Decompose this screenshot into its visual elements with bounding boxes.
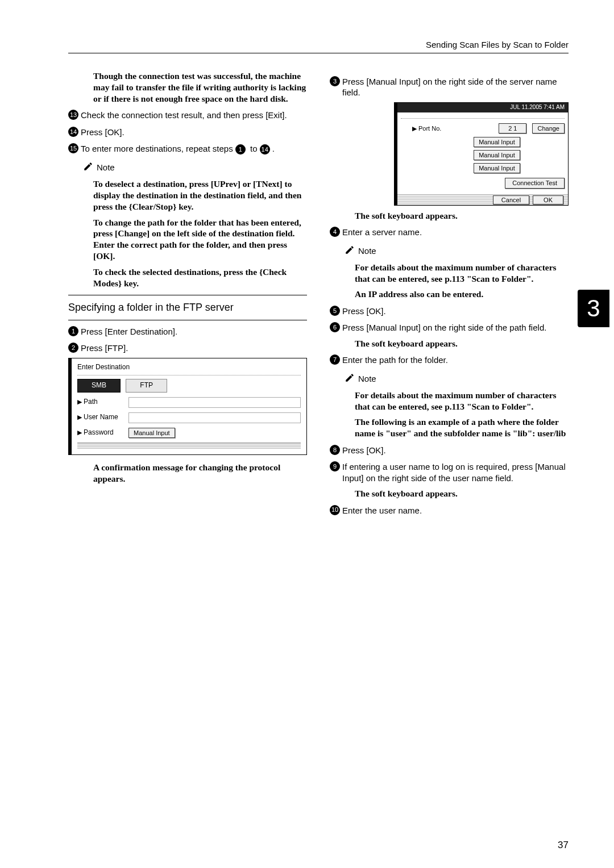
note-max-chars-2: For details about the maximum number of … bbox=[330, 390, 569, 412]
section-divider-bottom bbox=[68, 320, 307, 320]
username-input[interactable] bbox=[128, 412, 301, 423]
enter-destination-screenshot: Enter Destination SMB FTP ▶Path ▶User Na… bbox=[68, 358, 307, 455]
step5-text: Press [OK]. bbox=[342, 306, 569, 316]
note-label: Note bbox=[97, 162, 115, 173]
step-number-1: 1 bbox=[68, 326, 78, 336]
ftp-tab[interactable]: FTP bbox=[126, 379, 167, 392]
step-number-3: 3 bbox=[330, 76, 340, 86]
section-divider-top bbox=[68, 295, 307, 295]
step1-text: Press [Enter Destination]. bbox=[81, 326, 307, 337]
password-label: ▶Password bbox=[77, 428, 128, 437]
note-label: Note bbox=[358, 373, 376, 384]
step3-text: Press [Manual Input] on the right side o… bbox=[342, 76, 569, 98]
panel-timestamp: JUL 11.2005 7:41 AM bbox=[397, 103, 568, 112]
step8-text: Press [OK]. bbox=[342, 445, 569, 456]
step2-text: Press [FTP]. bbox=[81, 343, 307, 353]
step9-text: If entering a user name to log on is req… bbox=[342, 461, 569, 483]
warning-paragraph: Though the connection test was successfu… bbox=[68, 70, 307, 104]
header-rule bbox=[68, 53, 569, 53]
pencil-icon bbox=[345, 245, 355, 257]
ref-step-14: 14 bbox=[260, 144, 270, 155]
change-button[interactable]: Change bbox=[532, 123, 565, 133]
section-header: Sending Scan Files by Scan to Folder bbox=[68, 40, 569, 49]
step10-text: Enter the user name. bbox=[342, 505, 569, 516]
note-check-modes: To check the selected destinations, pres… bbox=[68, 266, 307, 289]
chapter-thumb-tab: 3 bbox=[578, 290, 609, 327]
note-change-path: To change the path for the folder that h… bbox=[68, 217, 307, 262]
manual-input-button-2[interactable]: Manual Input bbox=[474, 150, 520, 160]
server-settings-screenshot: JUL 11.2005 7:41 AM ▶Port No. 2 1 Change… bbox=[394, 102, 569, 205]
step-number-5: 5 bbox=[330, 306, 340, 316]
step15-b: to bbox=[248, 144, 260, 153]
step7-text: Enter the path for the folder. bbox=[342, 354, 569, 365]
kb-appears-2: The soft keyboard appears. bbox=[330, 338, 569, 349]
port-label: ▶Port No. bbox=[412, 124, 441, 132]
password-manual-input-button[interactable]: Manual Input bbox=[128, 428, 175, 438]
panel-title: Enter Destination bbox=[77, 363, 301, 372]
step-number-13: 13 bbox=[68, 110, 78, 120]
port-value[interactable]: 2 1 bbox=[499, 123, 526, 133]
kb-appears-1: The soft keyboard appears. bbox=[330, 210, 569, 222]
step-number-8: 8 bbox=[330, 445, 340, 455]
connection-test-button[interactable]: Connection Test bbox=[505, 178, 565, 188]
step15-a: To enter more destinations, repeat steps bbox=[81, 144, 235, 153]
manual-input-button-3[interactable]: Manual Input bbox=[474, 163, 520, 173]
step-number-4: 4 bbox=[330, 227, 340, 237]
note-deselect: To deselect a destination, press [UPrev]… bbox=[68, 178, 307, 212]
pencil-icon bbox=[83, 161, 93, 174]
step-number-7: 7 bbox=[330, 354, 340, 365]
page-number: 37 bbox=[558, 840, 569, 851]
step-number-2: 2 bbox=[68, 343, 78, 353]
ok-button[interactable]: OK bbox=[533, 195, 563, 205]
pencil-icon bbox=[345, 373, 355, 385]
confirm-message-text: A confirmation message for changing the … bbox=[68, 462, 307, 485]
note-label: Note bbox=[358, 245, 376, 256]
step4-text: Enter a server name. bbox=[342, 227, 569, 237]
path-label: ▶Path bbox=[77, 398, 128, 406]
path-input[interactable] bbox=[128, 397, 301, 408]
kb-appears-3: The soft keyboard appears. bbox=[330, 488, 569, 499]
step-number-9: 9 bbox=[330, 461, 340, 471]
ref-step-1: 1 bbox=[235, 144, 246, 155]
note-path-example: The following is an example of a path wh… bbox=[330, 416, 569, 439]
step-number-15: 15 bbox=[68, 143, 78, 153]
step6-text: Press [Manual Input] on the right side o… bbox=[342, 322, 569, 333]
manual-input-button-1[interactable]: Manual Input bbox=[474, 137, 520, 147]
username-label: ▶User Name bbox=[77, 413, 128, 422]
note-ip-address: An IP address also can be entered. bbox=[330, 289, 569, 300]
step14-text: Press [OK]. bbox=[81, 127, 307, 137]
cancel-button[interactable]: Cancel bbox=[493, 195, 529, 205]
step13-text: Check the connection test result, and th… bbox=[81, 110, 307, 120]
step15-c: . bbox=[272, 144, 275, 153]
step-number-14: 14 bbox=[68, 127, 78, 137]
ftp-section-title: Specifying a folder in the FTP server bbox=[68, 301, 307, 314]
panel-footer-hatch bbox=[77, 443, 301, 449]
step15-text: To enter more destinations, repeat steps… bbox=[81, 143, 307, 155]
step-number-10: 10 bbox=[330, 505, 340, 515]
smb-tab[interactable]: SMB bbox=[77, 379, 121, 392]
step-number-6: 6 bbox=[330, 322, 340, 332]
note-max-chars-1: For details about the maximum number of … bbox=[330, 262, 569, 285]
